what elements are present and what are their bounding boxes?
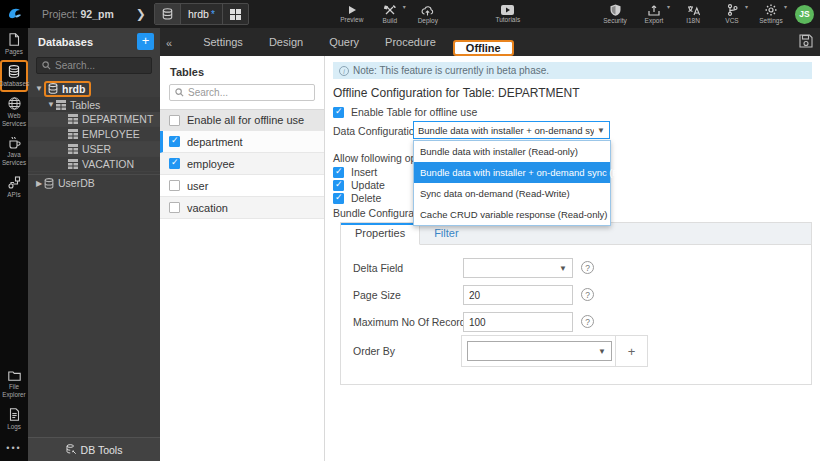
tab-filter[interactable]: Filter	[420, 223, 472, 244]
page-title: Offline Configuration for Table: DEPARTM…	[333, 86, 580, 100]
enable-all-row[interactable]: Enable all for offline use	[160, 109, 324, 131]
user-checkbox[interactable]	[169, 180, 180, 191]
add-database-button[interactable]: +	[137, 33, 154, 50]
wavemaker-logo-icon	[6, 5, 24, 23]
sidebar-item-databases[interactable]: Databases	[0, 60, 28, 92]
tree-node-hrdb[interactable]: ▼ hrdb	[28, 80, 160, 97]
top-bar: Project: 92_pm ❯ hrdb* Preview ▾ Build	[0, 0, 820, 28]
operation-update-row[interactable]: Update	[333, 179, 385, 191]
doc-tab-name: hrdb*	[181, 4, 222, 24]
search-icon	[42, 61, 51, 70]
app-logo[interactable]	[0, 0, 30, 28]
more-options-icon[interactable]: •••	[6, 435, 21, 461]
update-checkbox[interactable]	[333, 180, 344, 191]
export-button[interactable]: ▾ Export	[639, 0, 669, 28]
dropdown-option-1[interactable]: Bundle data with installer (Read-only)	[414, 141, 610, 162]
databases-search-input[interactable]	[55, 60, 145, 71]
dashboard-grid-icon[interactable]	[222, 4, 248, 24]
table-icon	[68, 159, 78, 169]
globe-icon	[8, 97, 21, 110]
preview-button[interactable]: Preview	[337, 0, 367, 28]
tree-node-table-user[interactable]: USER	[28, 142, 160, 157]
bundle-configuration-panel: Properties Filter Delta Field ▼ ? Page S…	[340, 222, 812, 385]
sidebar-item-pages[interactable]: Pages	[0, 28, 28, 60]
user-avatar[interactable]: JS	[795, 5, 814, 24]
security-button[interactable]: Security	[600, 0, 630, 28]
settings-button[interactable]: ▾ Settings	[756, 0, 786, 28]
video-icon	[501, 5, 514, 15]
build-button[interactable]: ▾ Build	[375, 0, 405, 28]
delta-field-select[interactable]: ▼	[463, 258, 573, 278]
save-button[interactable]	[799, 34, 813, 48]
tables-group-icon	[56, 100, 66, 110]
beta-note-banner: i Note: This feature is currently in bet…	[333, 62, 812, 79]
enable-table-row[interactable]: Enable Table for offline use	[333, 106, 477, 118]
tables-search-input[interactable]	[188, 87, 298, 98]
tree-node-table-employee[interactable]: EMPLOYEE	[28, 127, 160, 142]
coffee-cup-icon	[8, 136, 21, 149]
db-tools-button[interactable]: DB Tools	[28, 437, 160, 461]
enable-table-checkbox[interactable]	[333, 107, 344, 118]
expand-caret-icon[interactable]: ▼	[34, 84, 44, 93]
databases-panel-title: Databases	[38, 36, 137, 48]
project-name: 92_pm	[81, 8, 114, 20]
sidebar-item-apis[interactable]: APIs	[0, 171, 28, 203]
max-records-input[interactable]	[469, 317, 567, 328]
delete-checkbox[interactable]	[333, 193, 344, 204]
tutorials-button[interactable]: Tutorials	[493, 0, 523, 28]
page-size-input[interactable]	[469, 290, 567, 301]
max-records-help-icon[interactable]: ?	[581, 315, 594, 328]
collapsed-caret-icon[interactable]: ▶	[34, 179, 44, 188]
tab-settings[interactable]: Settings	[190, 29, 256, 56]
page-size-row: Page Size ?	[341, 285, 811, 305]
tab-procedure[interactable]: Procedure	[372, 29, 449, 56]
api-nodes-icon	[8, 176, 21, 189]
tab-offline-active[interactable]: Offline	[453, 40, 514, 56]
vacation-checkbox[interactable]	[169, 202, 180, 213]
sidebar-item-java-services[interactable]: Java Services	[0, 131, 28, 171]
enable-all-checkbox[interactable]	[169, 115, 180, 126]
table-row-vacation[interactable]: vacation	[160, 197, 324, 219]
deploy-button[interactable]: Deploy	[413, 0, 443, 28]
open-document-tab-hrdb[interactable]: hrdb*	[154, 3, 249, 25]
table-row-department[interactable]: department	[160, 131, 324, 153]
tree-node-tables-group[interactable]: ▼ Tables	[28, 97, 160, 112]
annotation-highlight-hrdb: hrdb	[44, 81, 91, 97]
vcs-caret-icon: ▾	[745, 3, 748, 10]
tree-node-table-vacation[interactable]: VACATION	[28, 157, 160, 172]
databases-icon	[8, 65, 20, 78]
add-order-by-button[interactable]: +	[615, 336, 647, 366]
employee-checkbox[interactable]	[169, 158, 180, 169]
i18n-button[interactable]: I18N	[678, 0, 708, 28]
data-configuration-select[interactable]: Bundle data with installer + on-demand s…	[413, 121, 610, 139]
operation-insert-row[interactable]: Insert	[333, 166, 377, 178]
play-icon	[347, 5, 357, 15]
tab-properties[interactable]: Properties	[341, 223, 420, 245]
tab-design[interactable]: Design	[256, 29, 316, 56]
table-row-employee[interactable]: employee	[160, 153, 324, 175]
sidebar-item-web-services[interactable]: Web Services	[0, 92, 28, 132]
order-by-select[interactable]: ▼	[467, 341, 612, 361]
document-tab-bar: « Settings Design Query Procedure Offlin…	[160, 28, 820, 56]
vcs-button[interactable]: ▾ VCS	[717, 0, 747, 28]
expand-caret-icon[interactable]: ▼	[46, 100, 56, 109]
dropdown-option-3[interactable]: Sync data on-demand (Read-Write)	[414, 183, 610, 204]
data-configuration-label: Data Configuration	[333, 125, 421, 137]
tables-search[interactable]	[169, 84, 315, 101]
tree-node-userdb[interactable]: ▶ UserDB	[28, 174, 160, 191]
delta-field-help-icon[interactable]: ?	[581, 261, 594, 274]
dropdown-option-4[interactable]: Cache CRUD variable response (Read-only)	[414, 204, 610, 225]
insert-checkbox[interactable]	[333, 167, 344, 178]
table-row-user[interactable]: user	[160, 175, 324, 197]
page-size-help-icon[interactable]: ?	[581, 288, 594, 301]
department-checkbox[interactable]	[169, 136, 180, 147]
sidebar-item-file-explorer[interactable]: File Explorer	[0, 365, 28, 403]
table-icon	[68, 129, 78, 139]
sidebar-item-logs[interactable]: Logs	[0, 403, 28, 435]
collapse-panel-icon[interactable]: «	[160, 37, 178, 56]
tab-query[interactable]: Query	[316, 29, 372, 56]
operation-delete-row[interactable]: Delete	[333, 192, 381, 204]
databases-search[interactable]	[36, 57, 152, 74]
tree-node-table-department[interactable]: DEPARTMENT	[28, 112, 160, 127]
dropdown-option-2-selected[interactable]: Bundle data with installer + on-demand s…	[414, 162, 610, 183]
